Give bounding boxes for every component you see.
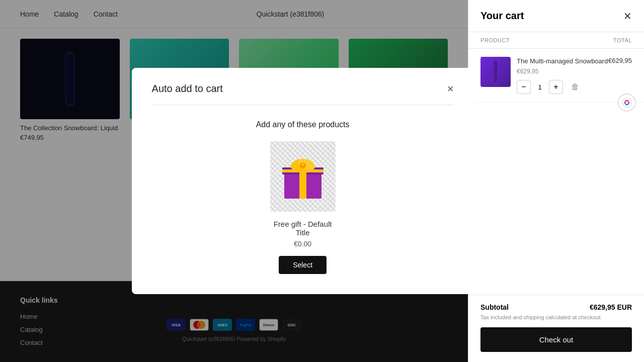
cart-sidebar: Your cart ✕ PRODUCT TOTAL The Multi-mana… [468, 0, 644, 362]
gift-product: Free gift - Default Title €0.00 Select [152, 141, 454, 274]
modal-close-button[interactable]: × [447, 83, 454, 95]
quantity-increase-button[interactable]: + [549, 80, 563, 94]
subtotal-label: Subtotal [480, 303, 509, 311]
gift-product-name: Free gift - Default Title [274, 220, 332, 237]
checkout-button[interactable]: Check out [480, 327, 632, 352]
select-button[interactable]: Select [279, 256, 327, 274]
cart-item-price: €629,95 [517, 68, 632, 75]
cart-columns: PRODUCT TOTAL [468, 32, 644, 49]
svg-point-16 [626, 104, 628, 106]
cart-header: Your cart ✕ [468, 0, 644, 32]
svg-point-11 [301, 163, 304, 166]
rebuy-icon [618, 94, 636, 112]
tax-note: Tax included and shipping calculated at … [480, 314, 632, 320]
cart-item-name: The Multi-managed Snowboard [517, 57, 608, 66]
svg-rect-7 [282, 169, 324, 172]
cart-snowboard-icon [480, 57, 511, 87]
cart-item: The Multi-managed Snowboard €629,95 €629… [468, 49, 644, 103]
column-product: PRODUCT [480, 37, 510, 43]
rebuy-logo [622, 98, 632, 108]
svg-rect-13 [494, 60, 498, 83]
cart-title: Your cart [480, 10, 524, 22]
cart-item-total: €629,95 [608, 57, 632, 64]
delete-item-button[interactable]: 🗑 [571, 82, 579, 92]
modal-title: Auto add to cart [152, 83, 223, 95]
quantity-value: 1 [535, 83, 545, 91]
cart-item-image [480, 57, 511, 87]
auto-add-modal: Auto add to cart × Add any of these prod… [132, 68, 474, 294]
modal-header: Auto add to cart × [152, 83, 454, 105]
cart-item-controls: − 1 + 🗑 [517, 80, 632, 94]
subtotal-amount: €629,95 EUR [590, 303, 632, 311]
subtotal-row: Subtotal €629,95 EUR [480, 303, 632, 311]
svg-point-15 [626, 100, 628, 102]
gift-box-icon [280, 151, 326, 202]
quantity-decrease-button[interactable]: − [517, 80, 531, 94]
column-total: TOTAL [613, 37, 632, 43]
svg-point-14 [622, 98, 631, 107]
gift-image-container [270, 141, 336, 212]
modal-subtitle: Add any of these products [152, 120, 454, 129]
cart-footer: Subtotal €629,95 EUR Tax included and sh… [468, 295, 644, 362]
gift-product-price: €0.00 [294, 240, 311, 248]
cart-item-info: The Multi-managed Snowboard €629,95 €629… [517, 57, 632, 94]
cart-close-button[interactable]: ✕ [623, 11, 632, 21]
